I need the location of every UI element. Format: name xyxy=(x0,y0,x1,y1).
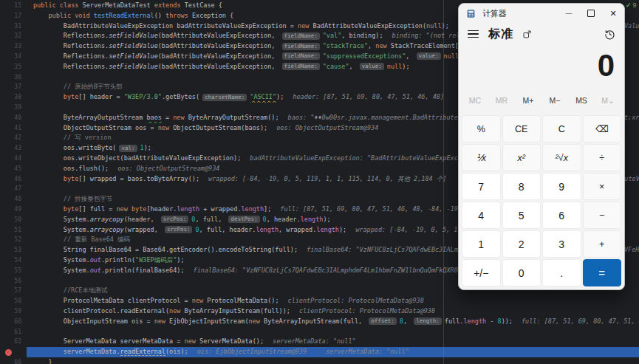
code-line[interactable]: serverMetaData.readExternal(ois);ois: Ej… xyxy=(0,347,639,357)
mode-title: 标准 xyxy=(488,27,513,42)
line-number[interactable]: 35 xyxy=(0,62,27,72)
line-number[interactable]: 61 xyxy=(0,327,27,337)
clear-entry-key[interactable]: CE xyxy=(502,115,541,142)
inspections-check-icon: ✓ xyxy=(626,1,632,9)
four-key[interactable]: 4 xyxy=(462,202,501,229)
line-number[interactable]: 15 xyxy=(0,1,27,11)
param-hint-chip: destPos: xyxy=(228,216,259,223)
maximize-button[interactable] xyxy=(580,4,602,23)
line-number[interactable]: 47 xyxy=(0,184,27,194)
code-text: } xyxy=(27,357,639,364)
keypad: %CEC⌫⅟xx²²√x÷789×456−123++/−0.= xyxy=(462,115,621,286)
keep-on-top-icon[interactable] xyxy=(522,30,532,39)
window-title: 计算器 xyxy=(482,8,507,19)
line-number[interactable]: 49 xyxy=(0,205,27,215)
clear-key[interactable]: C xyxy=(542,115,581,142)
line-number[interactable]: 55 xyxy=(0,266,27,276)
line-number[interactable]: 39 xyxy=(0,103,27,113)
calculator-app-icon xyxy=(466,9,476,18)
calculator-titlebar[interactable]: 计算器 — ✕ xyxy=(459,4,624,23)
line-number[interactable]: 59 xyxy=(0,306,27,317)
line-number[interactable]: 52 xyxy=(0,235,27,245)
line-number[interactable]: 58 xyxy=(0,296,27,306)
line-number[interactable]: 62 xyxy=(0,337,27,347)
line-number[interactable]: 50 xyxy=(0,215,27,225)
three-key[interactable]: 3 xyxy=(542,230,581,258)
memory-recall-button[interactable]: MR xyxy=(488,92,515,109)
memory-subtract-button[interactable]: M− xyxy=(541,92,568,109)
line-number[interactable]: 40 xyxy=(0,113,27,123)
line-number[interactable]: 42 xyxy=(0,133,27,143)
param-hint-chip: offset: xyxy=(369,317,397,325)
line-number[interactable]: 37 xyxy=(0,82,27,92)
line-number[interactable]: 41 xyxy=(0,123,27,134)
line-number[interactable]: 32 xyxy=(0,31,27,41)
negate-key[interactable]: +/− xyxy=(462,259,501,286)
code-line[interactable]: 62ServerMetaData serverMetaData = new Se… xyxy=(0,337,639,347)
backspace-key[interactable]: ⌫ xyxy=(583,115,622,142)
param-hint-chip: fieldName: xyxy=(282,32,320,40)
debugger-inline-value: full: [87, 51, 69, 80, 47, 51, 46, 48, -… xyxy=(522,317,639,325)
divide-key[interactable]: ÷ xyxy=(583,144,622,171)
memory-add-button[interactable]: M+ xyxy=(515,92,541,109)
param-hint-chip: srcPos: xyxy=(165,226,193,233)
percent-key[interactable]: % xyxy=(462,115,501,142)
debugger-inline-value: serverMetaData: "null" xyxy=(273,337,356,345)
square-key[interactable]: x² xyxy=(502,144,541,171)
code-line[interactable]: 58ProtocolMetaData clientProtocol = new … xyxy=(0,296,639,306)
nine-key[interactable]: 9 xyxy=(542,173,581,200)
debugger-inline-value: oos: ObjectOutputStream@934 xyxy=(276,124,378,131)
line-number[interactable]: 51 xyxy=(0,225,27,236)
line-number[interactable]: 33 xyxy=(0,41,27,52)
line-number[interactable]: 57 xyxy=(0,286,27,296)
line-number[interactable]: 31 xyxy=(0,21,27,32)
param-hint-chip: fieldName: xyxy=(282,52,320,60)
square-root-key[interactable]: ²√x xyxy=(542,144,581,171)
inspections-count: 9 xyxy=(633,1,637,9)
subtract-key[interactable]: − xyxy=(583,202,622,229)
line-number[interactable]: 17 xyxy=(0,11,27,21)
debugger-inline-value: oos: ObjectOutputStream@934 xyxy=(117,165,219,172)
line-number[interactable]: 60 xyxy=(0,317,27,327)
line-number[interactable]: 66 xyxy=(0,357,27,364)
line-number[interactable]: 44 xyxy=(0,154,27,164)
six-key[interactable]: 6 xyxy=(542,202,581,229)
param-hint-chip: value: xyxy=(417,52,441,60)
code-line[interactable]: 61 xyxy=(0,327,639,337)
line-number[interactable]: 45 xyxy=(0,164,27,174)
line-number[interactable]: 54 xyxy=(0,255,27,266)
code-line[interactable]: 60ObjectInputStream ois = new EjbObjectI… xyxy=(0,317,639,327)
zero-key[interactable]: 0 xyxy=(502,259,541,286)
one-key[interactable]: 1 xyxy=(462,230,501,258)
line-number[interactable] xyxy=(0,347,27,357)
param-hint-chip: srcPos: xyxy=(161,216,189,223)
code-line[interactable]: 66} xyxy=(0,357,639,364)
line-number[interactable]: 43 xyxy=(0,143,27,154)
code-line[interactable]: 59clientProtocol.readExternal(new ByteAr… xyxy=(0,306,639,317)
close-button[interactable]: ✕ xyxy=(602,4,624,23)
line-number[interactable]: 34 xyxy=(0,52,27,62)
equals-key[interactable]: = xyxy=(583,259,622,286)
line-number[interactable]: 36 xyxy=(0,72,27,83)
menu-icon[interactable] xyxy=(468,30,479,38)
memory-dropdown-button[interactable]: M⌄ xyxy=(595,92,621,109)
reciprocal-key[interactable]: ⅟x xyxy=(462,144,501,171)
memory-store-button[interactable]: MS xyxy=(568,92,595,109)
line-number[interactable]: 53 xyxy=(0,245,27,255)
memory-clear-button[interactable]: MC xyxy=(462,92,488,109)
seven-key[interactable]: 7 xyxy=(462,173,501,200)
decimal-key[interactable]: . xyxy=(542,259,581,286)
line-number[interactable]: 46 xyxy=(0,174,27,185)
minimize-button[interactable]: — xyxy=(558,4,580,23)
history-icon[interactable] xyxy=(604,29,615,40)
line-number[interactable]: 38 xyxy=(0,92,27,103)
line-number[interactable]: 48 xyxy=(0,194,27,205)
add-key[interactable]: + xyxy=(583,230,622,258)
five-key[interactable]: 5 xyxy=(502,202,541,229)
two-key[interactable]: 2 xyxy=(502,230,541,258)
line-number[interactable]: 56 xyxy=(0,276,27,286)
inspections-widget[interactable]: ✓9 xyxy=(626,1,637,9)
multiply-key[interactable]: × xyxy=(583,173,622,200)
eight-key[interactable]: 8 xyxy=(502,173,541,200)
breakpoint-icon[interactable] xyxy=(5,349,12,356)
